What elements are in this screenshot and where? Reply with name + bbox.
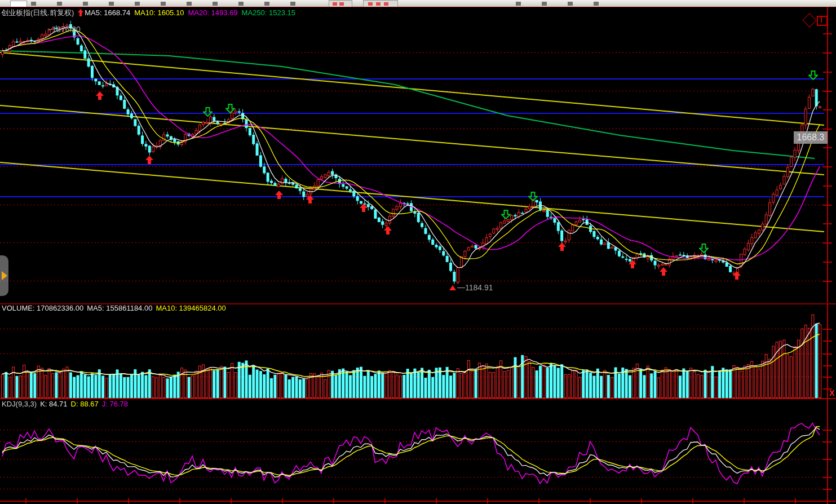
ma20-label: MA20: 1493.69 [188,8,237,17]
sell-arrow-icon [225,104,235,116]
volume-canvas[interactable] [0,303,836,399]
period-low-label: 1184.91 [465,283,493,292]
sell-arrow-icon [203,107,213,119]
low-triangle-icon [449,285,456,290]
ma10-label: MA10: 1605.10 [134,8,184,17]
kdj-header: KDJ(9,3,3)K: 84.71D: 88.67J: 76.78 [2,400,131,408]
kdj-panel: KDJ(9,3,3)K: 84.71D: 88.67J: 76.78 [0,399,836,504]
period-low-marker: 1184.91 [449,282,493,293]
ma250-label: MA250: 1523.15 [242,8,295,17]
trading-app-window: 创业板指(日线.前复权)MA5: 1668.74MA10: 1605.10MA2… [0,0,836,504]
buy-arrow-icon [145,156,154,167]
kdj-k-label: K: 84.71 [40,400,67,408]
sell-arrow-icon [501,210,511,222]
buy-arrow-icon [558,242,567,254]
buy-arrow-icon [306,195,315,206]
main-chart-panel [0,7,836,303]
volume-header: VOLUME: 170862336.00MA5: 155861184.00MA1… [2,304,229,312]
trend-up-icon [78,9,83,16]
menu-items-clipped [31,2,313,6]
split-window-icon[interactable] [817,16,828,26]
broker-title-clipped [516,2,606,6]
buy-arrow-icon [359,204,368,215]
indicator-close-button[interactable]: X [829,388,835,398]
last-price-tag: 1668.3 [794,131,828,144]
buy-arrow-icon [383,226,392,237]
buy-arrow-icon [95,91,104,103]
main-chart-header: 创业板指(日线.前复权)MA5: 1668.74MA10: 1605.10MA2… [1,8,299,18]
buy-arrow-icon [628,260,637,271]
volume-value-label: VOLUME: 170862336.00 [2,304,83,312]
expand-arrow-icon [2,271,7,280]
volume-ma10-label: MA10: 139465824.00 [156,304,225,312]
sell-arrow-icon [528,192,538,204]
buy-arrow-icon [659,267,668,278]
chart-title: 创业板指(日线.前复权) [1,8,74,17]
sell-arrow-icon [808,70,818,82]
kdj-title-label: KDJ(9,3,3) [2,400,37,408]
sell-arrow-icon [699,244,709,255]
period-high-label: ~1876.20 [47,25,81,34]
buy-arrow-icon [732,271,741,282]
sidebar-expand-handle[interactable] [0,255,8,296]
ma5-label: MA5: 1668.74 [85,8,130,17]
main-chart-canvas[interactable] [0,7,836,303]
kdj-d-label: D: 88.67 [71,400,99,408]
kdj-canvas[interactable] [0,399,836,504]
volume-ma5-label: MA5: 155861184.00 [87,304,152,312]
buy-arrow-icon [275,191,284,202]
kdj-j-label: J: 76.78 [102,400,128,408]
volume-panel: VOLUME: 170862336.00MA5: 155861184.00MA1… [0,303,836,399]
